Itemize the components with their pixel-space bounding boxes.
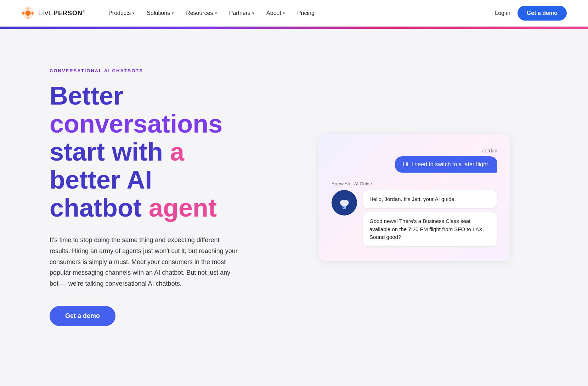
hero-eyebrow: CONVERSATIONAL AI CHATBOTS: [50, 68, 262, 73]
nav-item-products[interactable]: Products ▾: [103, 7, 140, 19]
login-button[interactable]: Log in: [495, 10, 510, 16]
svg-point-1: [25, 10, 30, 16]
nav-item-pricing[interactable]: Pricing: [292, 7, 320, 19]
svg-rect-12: [343, 207, 344, 208]
chevron-down-icon: ▾: [172, 11, 174, 16]
hero-right: Jordan Hi, I need to switch to a later f…: [283, 134, 545, 261]
hero-section: CONVERSATIONAL AI CHATBOTS Better conver…: [0, 29, 588, 365]
navbar: LIVEPERSON® Products ▾ Solutions ▾ Resou…: [0, 0, 588, 27]
chat-sender-name: Jordan: [332, 148, 497, 153]
logo[interactable]: LIVEPERSON®: [21, 6, 86, 20]
hero-left: CONVERSATIONAL AI CHATBOTS Better conver…: [50, 68, 262, 326]
svg-rect-13: [345, 207, 345, 208]
hero-cta-button[interactable]: Get a demo: [50, 306, 115, 326]
svg-rect-14: [344, 208, 345, 208]
nav-item-resources[interactable]: Resources ▾: [181, 7, 222, 19]
chevron-down-icon: ▾: [283, 11, 285, 16]
chevron-down-icon: ▾: [252, 11, 254, 16]
svg-rect-3: [28, 17, 29, 19]
nav-item-solutions[interactable]: Solutions ▾: [142, 7, 179, 19]
nav-links: Products ▾ Solutions ▾ Resources ▾ Partn…: [103, 7, 495, 19]
logo-text: LIVEPERSON®: [38, 9, 86, 17]
svg-rect-2: [28, 7, 29, 10]
chat-agent-label: Arrow Air - AI Guide: [332, 181, 497, 186]
chat-bot-area: Hello, Jordan. It's Jett, your AI guide.…: [332, 190, 497, 247]
bot-icon: [334, 193, 354, 213]
hero-heading: Better conversations start with a better…: [50, 82, 262, 222]
chat-widget: Jordan Hi, I need to switch to a later f…: [319, 134, 510, 261]
chat-bubble-user: Hi, I need to switch to a later flight.: [395, 156, 497, 173]
get-demo-button[interactable]: Get a demo: [518, 6, 567, 21]
chevron-down-icon: ▾: [215, 11, 217, 16]
chevron-down-icon: ▾: [132, 11, 135, 16]
chat-bubble-bot-2: Good news! There's a Business Class seat…: [363, 212, 497, 247]
chat-bubbles-bot: Hello, Jordan. It's Jett, your AI guide.…: [363, 190, 497, 247]
logo-icon: [21, 6, 35, 20]
chat-bubble-bot-1: Hello, Jordan. It's Jett, your AI guide.: [363, 190, 497, 209]
hero-body-text: It's time to stop doing the same thing a…: [50, 235, 241, 289]
bot-avatar: [332, 190, 357, 216]
nav-item-partners[interactable]: Partners ▾: [224, 7, 259, 19]
nav-actions: Log in Get a demo: [495, 6, 567, 21]
nav-item-about[interactable]: About ▾: [261, 7, 290, 19]
